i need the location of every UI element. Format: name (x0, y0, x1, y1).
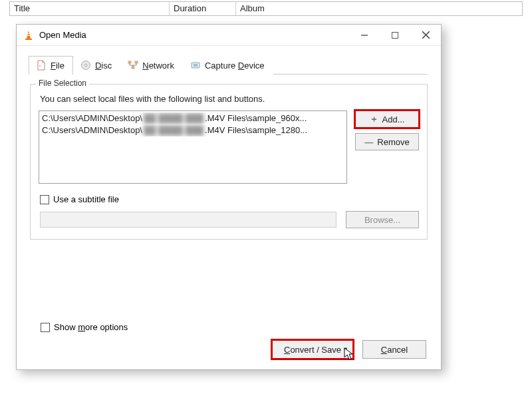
remove-button[interactable]: — Remove (355, 133, 419, 150)
background-column-headers: Title Duration Album (9, 1, 523, 16)
svg-rect-3 (25, 39, 32, 40)
svg-rect-2 (27, 35, 30, 36)
subtitle-checkbox[interactable] (40, 195, 49, 204)
column-duration[interactable]: Duration (170, 2, 236, 15)
hint-text: You can select local files with the foll… (40, 94, 418, 104)
group-title: File Selection (36, 79, 89, 88)
svg-point-8 (39, 65, 41, 67)
convert-save-button[interactable]: Convert / Save ▼ (272, 340, 353, 359)
titlebar: Open Media (17, 25, 441, 46)
capture-icon (190, 60, 201, 71)
svg-rect-12 (135, 61, 138, 63)
maximize-button[interactable] (380, 25, 410, 46)
list-item[interactable]: C:\Users\ADMIN\Desktop\██ ████ ███.M4V F… (42, 124, 344, 136)
browse-button: Browse... (346, 211, 419, 228)
subtitle-label: Use a subtitle file (53, 194, 119, 204)
svg-rect-11 (128, 61, 131, 63)
list-item[interactable]: C:\Users\ADMIN\Desktop\██ ████ ███.M4V F… (42, 112, 344, 124)
svg-rect-13 (132, 67, 134, 69)
file-selection-group: File Selection You can select local file… (30, 84, 428, 240)
more-options-checkbox[interactable] (41, 323, 50, 332)
minimize-button[interactable] (349, 25, 380, 46)
column-title[interactable]: Title (10, 2, 170, 15)
svg-rect-1 (28, 33, 30, 34)
column-album[interactable]: Album (236, 2, 522, 15)
tab-disc[interactable]: Disc (73, 56, 120, 75)
file-icon (36, 60, 47, 71)
tab-bar: File Disc Network (29, 55, 428, 75)
tab-file[interactable]: File (29, 56, 73, 75)
chevron-down-icon: ▼ (342, 346, 348, 353)
close-button[interactable] (410, 25, 441, 46)
dialog-title: Open Media (39, 30, 349, 40)
svg-marker-0 (27, 31, 31, 39)
svg-rect-5 (392, 32, 398, 38)
vlc-cone-icon (23, 30, 34, 41)
tab-capture-device[interactable]: Capture Device (183, 56, 273, 75)
add-button[interactable]: ＋ Add... (355, 110, 419, 128)
svg-point-10 (84, 64, 87, 67)
open-media-dialog: Open Media File (16, 24, 442, 370)
more-options-label: Show more options (54, 322, 128, 332)
svg-rect-15 (194, 64, 198, 67)
tab-network[interactable]: Network (120, 56, 183, 75)
cancel-button[interactable]: Cancel (362, 340, 426, 359)
disc-icon (80, 60, 91, 71)
minus-icon: — (364, 137, 373, 147)
network-icon (128, 60, 138, 71)
file-list[interactable]: C:\Users\ADMIN\Desktop\██ ████ ███.M4V F… (39, 110, 347, 184)
subtitle-path-input (40, 212, 336, 228)
plus-icon: ＋ (370, 113, 378, 125)
